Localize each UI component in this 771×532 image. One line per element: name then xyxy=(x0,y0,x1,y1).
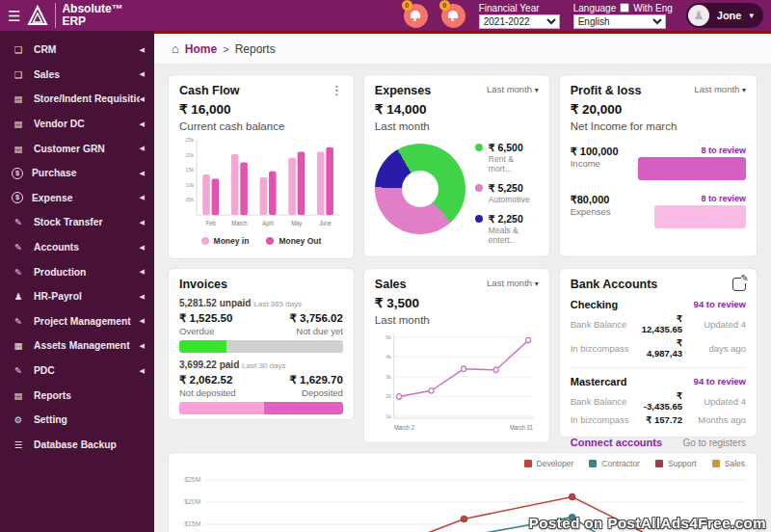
meals-amount: ₹ 2,250 xyxy=(489,213,523,225)
sidebar-item-stock-transfer[interactable]: ✎Stock Transfer◀ xyxy=(0,210,154,235)
expenses-filter-dropdown[interactable]: Last month ▾ xyxy=(487,84,539,94)
meals-label: Meals & entert.. xyxy=(489,226,539,245)
notdeposited-amount: ₹ 2,062.52 xyxy=(179,373,232,386)
bizcompass-label: In bizcompass xyxy=(571,414,642,425)
bank-balance-label: Bank Balance xyxy=(571,319,642,330)
deposited-segment xyxy=(264,402,343,414)
sidebar-item-setting[interactable]: ⚙Setting xyxy=(0,408,154,433)
alert-badge: 0 xyxy=(439,0,450,11)
cash-flow-title: Cash Flow xyxy=(179,84,240,97)
profit-loss-value: ₹ 20,000 xyxy=(571,101,746,117)
updated-text: Months ago xyxy=(682,414,746,425)
profit-loss-filter-dropdown[interactable]: Last month ▾ xyxy=(694,84,746,94)
dollar-icon: $ xyxy=(12,168,23,179)
chevron-down-icon: ▾ xyxy=(535,279,539,288)
sidebar-item-label: Assets Management xyxy=(34,340,140,351)
developer-label: Developer xyxy=(537,459,574,468)
cash-flow-legend: Money in Money Out xyxy=(179,236,343,246)
kebab-menu-icon[interactable]: ⋮ xyxy=(331,84,343,96)
sidebar-item-label: Accounts xyxy=(34,242,140,253)
chevron-left-icon: ◀ xyxy=(140,194,145,201)
sidebar-item-accounts[interactable]: ✎Accounts◀ xyxy=(0,235,154,260)
chevron-down-icon: ▾ xyxy=(535,86,539,94)
edit-icon: ✎ xyxy=(12,242,25,253)
alert-bell-icon[interactable]: 0 xyxy=(441,4,465,28)
bank-balance-label: Bank Balance xyxy=(571,396,642,407)
checking-review-link[interactable]: 94 to review xyxy=(694,299,746,310)
sidebar-item-sales[interactable]: ❏Sales◀ xyxy=(0,63,154,88)
header-controls: 0 0 Financial Year 2021-2022 Language Wi… xyxy=(154,3,771,29)
hamburger-menu-icon[interactable]: ☰ xyxy=(8,9,20,23)
profit-loss-title: Profit & loss xyxy=(571,84,642,97)
svg-text:$25M: $25M xyxy=(184,476,200,483)
expenses-card: Expenses Last month ▾ ₹ 14,000 Last mont… xyxy=(363,74,550,257)
sidebar-item-assets-management[interactable]: ▦Assets Management◀ xyxy=(0,333,154,359)
sales-subtitle: Last month xyxy=(375,314,539,326)
sidebar-item-pdc[interactable]: ✎PDC◀ xyxy=(0,359,154,384)
with-eng-checkbox[interactable] xyxy=(620,3,629,13)
notdue-segment xyxy=(226,340,343,353)
go-to-registers-link[interactable]: Go to registers xyxy=(682,438,746,448)
sidebar-item-production[interactable]: ✎Production◀ xyxy=(0,259,154,284)
edit-icon: ✎ xyxy=(12,316,25,327)
sales-value: ₹ 3,500 xyxy=(375,295,539,310)
sidebar-item-vendor-dc[interactable]: ▤Vendor DC◀ xyxy=(0,112,154,137)
chevron-left-icon: ◀ xyxy=(140,342,145,350)
mastercard-name: Mastercard xyxy=(571,376,627,387)
svg-text:25k: 25k xyxy=(186,137,195,143)
chevron-left-icon: ◀ xyxy=(140,120,145,128)
unpaid-progress-bar xyxy=(179,340,343,353)
overdue-label: Overdue xyxy=(179,326,214,336)
breadcrumb-home-link[interactable]: Home xyxy=(185,42,217,56)
updated-text: Updated 4 xyxy=(682,396,746,407)
sidebar-item-reports[interactable]: ▤Reports xyxy=(0,383,154,408)
financial-year-select[interactable]: 2021-2022 xyxy=(479,14,560,29)
mastercard-review-link[interactable]: 94 to review xyxy=(694,376,746,387)
svg-text:June: June xyxy=(319,220,332,226)
sidebar-item-label: Project Management xyxy=(34,316,140,327)
filter-label: Last month xyxy=(487,278,532,288)
sidebar-item-expense[interactable]: $Expense◀ xyxy=(0,186,154,211)
copy-icon: ❏ xyxy=(12,69,25,80)
gear-icon: ⚙ xyxy=(12,414,25,425)
language-select[interactable]: English xyxy=(573,14,666,29)
cash-flow-value: ₹ 16,000 xyxy=(179,101,343,117)
sidebar-item-label: HR-Payrol xyxy=(34,291,140,302)
app-title: Absolute™ ERP xyxy=(55,3,122,28)
notification-bell-icon[interactable]: 0 xyxy=(404,4,428,28)
bank-balance-value: ₹ 12,435.65 xyxy=(642,313,682,334)
sidebar-item-label: Stock Transfer xyxy=(34,217,140,227)
updated-text: days ago xyxy=(682,343,746,354)
sidebar-item-database-backup[interactable]: ☰Database Backup xyxy=(0,433,154,458)
support-square-icon xyxy=(655,460,663,467)
bank-row: In bizcompass ₹ 4,987,43 days ago xyxy=(571,337,746,359)
income-review-link[interactable]: 8 to review xyxy=(701,146,746,155)
sidebar-item-purchase[interactable]: $Purchase◀ xyxy=(0,161,154,186)
sidebar-item-project-management[interactable]: ✎Project Management◀ xyxy=(0,309,154,334)
sidebar-item-store-indent-requisition[interactable]: ▤Store/Indent Requisition◀ xyxy=(0,87,154,112)
sidebar-item-hr-payrol[interactable]: ♟HR-Payrol◀ xyxy=(0,284,154,309)
legend-item: ₹ 5,250 Automotive xyxy=(475,182,539,204)
rent-label: Rent & mort... xyxy=(489,154,539,173)
legend-item: Developer xyxy=(524,459,574,468)
support-label: Support xyxy=(668,459,697,468)
sales-square-icon xyxy=(712,460,720,467)
edit-icon[interactable] xyxy=(732,278,746,291)
sidebar-item-label: Production xyxy=(34,267,140,278)
sidebar-item-crm[interactable]: ❏CRM◀ xyxy=(0,38,154,63)
avatar: ♟ xyxy=(688,5,709,26)
cash-icon: ▤ xyxy=(12,119,25,129)
person-icon: ♟ xyxy=(12,291,25,302)
breadcrumb: ⌂ Home > Reports xyxy=(154,34,771,65)
sidebar-item-label: Customer GRN xyxy=(34,144,140,154)
sidebar-item-customer-grn[interactable]: ▤Customer GRN◀ xyxy=(0,136,154,161)
main-content: ⌂ Home > Reports Cash Flow ⋮ ₹ 16,000 Cu… xyxy=(154,31,771,532)
connect-accounts-link[interactable]: Connect accounts xyxy=(571,437,662,448)
watermark: Posted on PostAllAds4Free.com xyxy=(529,515,766,531)
sales-filter-dropdown[interactable]: Last month ▾ xyxy=(487,278,539,288)
legend-item: Contractor xyxy=(589,459,640,468)
expenses-review-link[interactable]: 8 to review xyxy=(701,194,746,203)
sidebar-item-label: Reports xyxy=(34,390,145,401)
automotive-amount: ₹ 5,250 xyxy=(489,182,523,194)
user-menu-button[interactable]: ♟ Jone ▾ xyxy=(686,3,763,28)
